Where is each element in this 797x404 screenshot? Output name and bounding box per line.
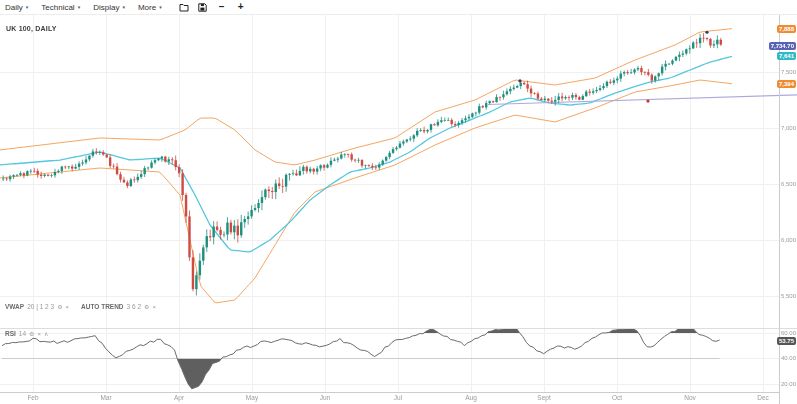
- menu-technical[interactable]: Technical ▾: [41, 3, 80, 12]
- zoom-out-icon[interactable]: −: [217, 2, 227, 12]
- save-chart-icon[interactable]: [198, 2, 208, 12]
- toolbar: Daily ▾ Technical ▾ Display ▾ More ▾ − +: [0, 0, 797, 15]
- price-chart-canvas[interactable]: [0, 0, 797, 404]
- zoom-in-icon[interactable]: +: [236, 2, 246, 12]
- menu-technical-label: Technical: [41, 3, 74, 12]
- indicator-vwap-name: VWAP: [5, 303, 24, 310]
- menu-more[interactable]: More ▾: [138, 3, 162, 12]
- gear-icon[interactable]: ⚙: [29, 331, 34, 337]
- indicator-row: VWAP 20 | 1 2 3 ⚙ × AUTO TREND 3 6 2 ⚙ ×: [5, 303, 156, 310]
- chevron-down-icon: ▾: [159, 5, 162, 10]
- indicator-rsi-name: RSI: [5, 330, 16, 337]
- chevron-down-icon: ▾: [78, 5, 81, 10]
- open-chart-icon[interactable]: [179, 2, 189, 12]
- indicator-auto-trend-name: AUTO TREND: [81, 303, 124, 310]
- close-icon[interactable]: ×: [37, 331, 41, 337]
- menu-daily[interactable]: Daily ▾: [5, 3, 28, 12]
- chevron-down-icon: ▾: [122, 5, 125, 10]
- gear-icon[interactable]: ⚙: [57, 304, 62, 310]
- indicator-vwap-params: 20 | 1 2 3: [27, 303, 54, 310]
- toolbar-icons: − +: [179, 2, 246, 12]
- indicator-rsi[interactable]: RSI 14 ⚙ × ∧: [5, 330, 48, 337]
- rsi-indicator-row: RSI 14 ⚙ × ∧: [5, 330, 48, 337]
- close-icon[interactable]: ×: [66, 304, 70, 310]
- menu-daily-label: Daily: [5, 3, 23, 12]
- chevron-up-icon[interactable]: ∧: [44, 331, 48, 337]
- chevron-down-icon: ▾: [26, 5, 29, 10]
- menu-more-label: More: [138, 3, 156, 12]
- indicator-auto-trend[interactable]: AUTO TREND 3 6 2 ⚙ ×: [81, 303, 156, 310]
- gear-icon[interactable]: ⚙: [144, 304, 149, 310]
- menu-display-label: Display: [93, 3, 119, 12]
- indicator-auto-trend-params: 3 6 2: [127, 303, 141, 310]
- indicator-vwap[interactable]: VWAP 20 | 1 2 3 ⚙ ×: [5, 303, 69, 310]
- indicator-rsi-params: 14: [19, 330, 26, 337]
- menu-display[interactable]: Display ▾: [93, 3, 125, 12]
- close-icon[interactable]: ×: [152, 304, 156, 310]
